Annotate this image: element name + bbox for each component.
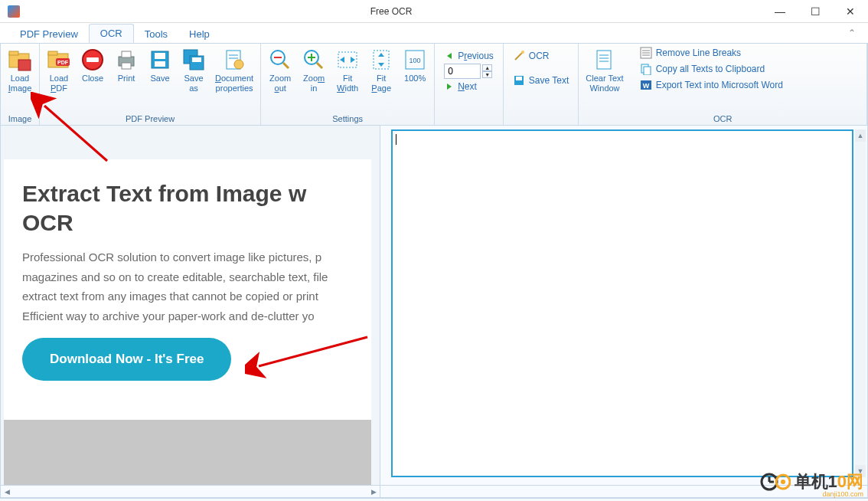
document-properties-button[interactable]: Documentproperties bbox=[211, 46, 257, 95]
doc-props-icon bbox=[222, 47, 246, 72]
window-title: Free OCR bbox=[20, 6, 762, 17]
svg-rect-13 bbox=[155, 53, 165, 59]
page-spin-up[interactable]: ▲ bbox=[482, 64, 492, 71]
ribbon-group-image-label: Image bbox=[4, 113, 36, 124]
close-window-button[interactable]: ✕ bbox=[833, 0, 868, 23]
status-bar: Free OCR bbox=[0, 498, 868, 501]
ribbon-group-nav: Previous ▲ ▼ Next bbox=[435, 44, 504, 125]
tab-ocr[interactable]: OCR bbox=[89, 24, 134, 43]
download-now-button[interactable]: Download Now - It's Free bbox=[22, 338, 231, 381]
tab-tools[interactable]: Tools bbox=[134, 25, 178, 43]
load-image-label: LoadImage bbox=[8, 74, 32, 93]
folder-pdf-icon: PDF bbox=[47, 47, 71, 72]
minimize-button[interactable]: — bbox=[762, 0, 798, 23]
zoom-in-icon bbox=[302, 47, 326, 72]
page-spin-down[interactable]: ▼ bbox=[482, 71, 492, 78]
svg-line-23 bbox=[283, 63, 289, 68]
previous-button[interactable]: Previous bbox=[444, 51, 494, 61]
svg-point-55 bbox=[781, 480, 785, 484]
load-image-button[interactable]: LoadImage bbox=[4, 46, 36, 95]
svg-text:PDF: PDF bbox=[57, 60, 69, 65]
save-as-icon bbox=[181, 47, 206, 72]
word-icon: W bbox=[640, 79, 652, 91]
svg-rect-46 bbox=[644, 67, 651, 75]
svg-rect-1 bbox=[9, 51, 18, 55]
watermark: 单机10网 danji100.com bbox=[760, 470, 864, 493]
save-text-button[interactable]: Save Text bbox=[511, 74, 570, 87]
ribbon-group-settings: Zoomout Zoomin FitWidth FitPage bbox=[261, 44, 435, 125]
ribbon-group-ocr-actions: OCR Save Text bbox=[504, 44, 579, 125]
print-label: Print bbox=[118, 74, 135, 84]
remove-breaks-icon bbox=[640, 47, 652, 59]
scroll-left-icon[interactable]: ◀ bbox=[1, 486, 13, 497]
save-label: Save bbox=[150, 74, 169, 84]
svg-rect-17 bbox=[192, 57, 201, 62]
close-label: Close bbox=[82, 74, 103, 84]
ocr-text-area[interactable] bbox=[391, 129, 853, 477]
fit-width-button[interactable]: FitWidth bbox=[331, 46, 364, 95]
ribbon-collapse-icon[interactable]: ⌃ bbox=[848, 28, 856, 38]
fit-page-button[interactable]: FitPage bbox=[365, 46, 397, 95]
remove-line-breaks-button[interactable]: Remove Line Breaks bbox=[638, 46, 785, 60]
zoom-out-icon bbox=[268, 47, 292, 72]
content-area: Extract Text from Image wOCR Professiona… bbox=[0, 126, 868, 486]
fit-page-label: FitPage bbox=[371, 74, 391, 93]
wand-icon bbox=[513, 50, 525, 62]
scroll-up-icon[interactable]: ▲ bbox=[855, 129, 866, 142]
print-button[interactable]: Print bbox=[110, 46, 142, 85]
svg-text:100: 100 bbox=[410, 57, 421, 64]
ocr-button[interactable]: OCR bbox=[511, 49, 570, 63]
load-pdf-label: LoadPDF bbox=[50, 74, 68, 93]
tab-help[interactable]: Help bbox=[178, 25, 220, 43]
app-icon bbox=[8, 5, 20, 18]
ribbon-group-image: LoadImage Image bbox=[1, 44, 40, 125]
ribbon-group-pdf-preview-label: PDF Preview bbox=[43, 113, 257, 124]
next-button[interactable]: Next bbox=[444, 81, 494, 92]
folder-image-icon bbox=[8, 47, 32, 72]
zoom-in-label: Zoomin bbox=[303, 74, 325, 93]
zoom-100-button[interactable]: 100 100% bbox=[399, 46, 431, 85]
svg-rect-14 bbox=[155, 61, 165, 67]
ribbon-group-ocr: Clear TextWindow Remove Line Breaks Copy… bbox=[579, 44, 867, 125]
export-word-button[interactable]: W Export Text into Microsoft Word bbox=[638, 78, 785, 92]
preview-hscrollbar[interactable]: ◀ ▶ bbox=[0, 486, 380, 498]
svg-rect-4 bbox=[48, 51, 57, 55]
image-preview-pane: Extract Text from Image wOCR Professiona… bbox=[0, 126, 380, 486]
menu-bar: PDF Preview OCR Tools Help ⌃ bbox=[0, 23, 868, 43]
zoom-100-label: 100% bbox=[404, 74, 426, 84]
svg-line-26 bbox=[317, 63, 322, 68]
zoom-100-icon: 100 bbox=[403, 47, 427, 72]
ribbon-group-settings-label: Settings bbox=[264, 113, 431, 124]
clear-text-icon bbox=[592, 47, 617, 72]
close-button[interactable]: Close bbox=[77, 46, 109, 85]
save-text-icon bbox=[513, 74, 525, 87]
scroll-right-icon[interactable]: ▶ bbox=[367, 486, 380, 497]
clear-text-window-button[interactable]: Clear TextWindow bbox=[582, 46, 627, 95]
preview-paragraph: Professional OCR solution to convert ima… bbox=[22, 247, 371, 326]
save-button[interactable]: Save bbox=[144, 46, 176, 85]
zoom-out-button[interactable]: Zoomout bbox=[264, 46, 296, 95]
maximize-button[interactable]: ☐ bbox=[798, 0, 833, 23]
svg-rect-8 bbox=[86, 57, 99, 62]
text-vscrollbar[interactable]: ▲ ▼ bbox=[855, 129, 866, 477]
svg-rect-2 bbox=[18, 60, 31, 70]
svg-line-33 bbox=[515, 52, 523, 60]
ribbon: LoadImage Image PDF LoadPDF Close bbox=[0, 43, 868, 126]
svg-rect-37 bbox=[597, 51, 611, 69]
ribbon-group-pdf-preview: PDF LoadPDF Close Print Save bbox=[40, 44, 261, 125]
page-input[interactable] bbox=[444, 64, 481, 79]
load-pdf-button[interactable]: PDF LoadPDF bbox=[43, 46, 75, 95]
doc-props-label: Documentproperties bbox=[215, 74, 253, 93]
tab-pdf-preview[interactable]: PDF Preview bbox=[9, 25, 89, 43]
preview-page: Extract Text from Image wOCR Professiona… bbox=[4, 159, 371, 486]
save-icon bbox=[148, 47, 172, 72]
save-as-label: Saveas bbox=[184, 74, 203, 93]
ribbon-group-ocr-label: OCR bbox=[582, 113, 863, 124]
preview-document: Extract Text from Image wOCR Professiona… bbox=[4, 159, 371, 420]
svg-rect-36 bbox=[516, 77, 522, 80]
title-bar: Free OCR — ☐ ✕ bbox=[0, 0, 868, 23]
save-as-button[interactable]: Saveas bbox=[178, 46, 210, 95]
copy-all-texts-button[interactable]: Copy all Texts to Clipboard bbox=[638, 62, 785, 76]
svg-point-34 bbox=[521, 51, 524, 54]
zoom-in-button[interactable]: Zoomin bbox=[298, 46, 330, 95]
